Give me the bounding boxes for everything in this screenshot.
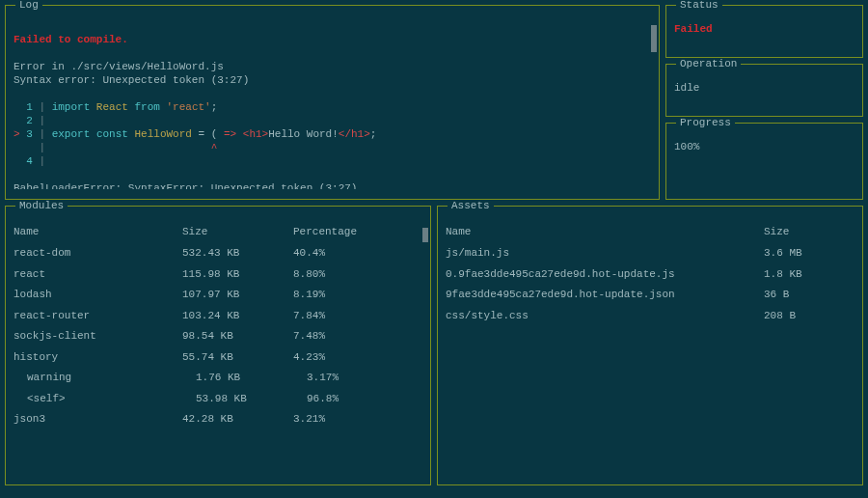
module-size: 1.76 KB	[182, 368, 293, 389]
module-pct: 3.21%	[293, 409, 380, 430]
log-error-in: Error in ./src/views/HelloWord.js	[14, 61, 224, 72]
assets-header-name: Name	[446, 226, 764, 237]
assets-header: Name Size	[446, 226, 854, 237]
status-value: Failed	[674, 23, 854, 35]
assets-title: Assets	[448, 200, 494, 211]
module-pct: 8.19%	[293, 285, 380, 306]
asset-name: 9fae3dde495ca27ede9d.hot-update.json	[446, 285, 764, 306]
table-row: json342.28 KB3.21%	[14, 409, 422, 430]
operation-title: Operation	[676, 58, 741, 69]
module-name: <self>	[14, 389, 182, 410]
assets-header-size: Size	[764, 226, 841, 237]
table-row: react115.98 KB8.80%	[14, 264, 422, 286]
table-row: css/style.css208 B	[446, 306, 854, 327]
status-panel: Status Failed	[665, 5, 863, 58]
asset-size: 1.8 KB	[764, 264, 841, 286]
assets-body: js/main.js3.6 MB0.9fae3dde495ca27ede9d.h…	[446, 243, 854, 326]
module-size: 53.98 KB	[182, 389, 293, 410]
module-pct: 3.17%	[293, 368, 380, 389]
module-pct: 8.80%	[293, 264, 380, 286]
log-panel: Log Failed to compile. Error in ./src/vi…	[5, 5, 660, 200]
modules-header-size: Size	[182, 226, 293, 237]
table-row: <self>53.98 KB96.8%	[14, 389, 422, 410]
table-row: 0.9fae3dde495ca27ede9d.hot-update.js1.8 …	[446, 264, 854, 286]
module-name: react-router	[14, 306, 182, 327]
modules-title: Modules	[15, 200, 68, 211]
modules-header-name: Name	[14, 226, 182, 237]
module-size: 107.97 KB	[182, 285, 293, 306]
log-body: Failed to compile. Error in ./src/views/…	[14, 19, 651, 189]
module-pct: 96.8%	[293, 389, 380, 410]
table-row: react-dom532.43 KB40.4%	[14, 243, 422, 264]
modules-scrollbar[interactable]	[422, 228, 428, 242]
progress-value: 100%	[674, 141, 854, 152]
modules-panel: Modules Name Size Percentage react-dom53…	[5, 206, 431, 485]
table-row: react-router103.24 KB7.84%	[14, 306, 422, 327]
module-name: json3	[14, 409, 182, 430]
table-row: history55.74 KB4.23%	[14, 347, 422, 369]
progress-panel: Progress 100%	[665, 123, 863, 200]
module-pct: 40.4%	[293, 243, 380, 264]
module-name: history	[14, 347, 182, 369]
module-name: lodash	[14, 285, 182, 306]
module-size: 42.28 KB	[182, 409, 293, 430]
module-size: 532.43 KB	[182, 243, 293, 264]
module-size: 55.74 KB	[182, 347, 293, 369]
module-size: 103.24 KB	[182, 306, 293, 327]
status-title: Status	[676, 0, 722, 11]
progress-title: Progress	[676, 117, 735, 128]
module-size: 98.54 KB	[182, 326, 293, 347]
modules-body: react-dom532.43 KB40.4%react115.98 KB8.8…	[14, 243, 422, 430]
table-row: lodash107.97 KB8.19%	[14, 285, 422, 306]
module-pct: 7.84%	[293, 306, 380, 327]
modules-header-pct: Percentage	[293, 226, 380, 237]
table-row: sockjs-client98.54 KB7.48%	[14, 326, 422, 347]
module-name: react-dom	[14, 243, 182, 264]
operation-value: idle	[674, 82, 854, 94]
log-title: Log	[15, 0, 42, 11]
log-scrollbar[interactable]	[651, 25, 657, 52]
log-babel-err: BabelLoaderError: SyntaxError: Unexpecte…	[14, 182, 357, 189]
modules-header: Name Size Percentage	[14, 226, 422, 237]
log-syntax-err: Syntax error: Unexpected token (3:27)	[14, 74, 249, 86]
asset-size: 3.6 MB	[764, 243, 841, 264]
asset-name: 0.9fae3dde495ca27ede9d.hot-update.js	[446, 264, 764, 286]
assets-panel: Assets Name Size js/main.js3.6 MB0.9fae3…	[437, 206, 863, 485]
module-name: react	[14, 264, 182, 286]
asset-size: 36 B	[764, 285, 841, 306]
table-row: 9fae3dde495ca27ede9d.hot-update.json36 B	[446, 285, 854, 306]
table-row: warning1.76 KB3.17%	[14, 368, 422, 389]
module-pct: 4.23%	[293, 347, 380, 369]
asset-size: 208 B	[764, 306, 841, 327]
log-failed: Failed to compile.	[14, 34, 128, 45]
module-size: 115.98 KB	[182, 264, 293, 286]
asset-name: js/main.js	[446, 243, 764, 264]
asset-name: css/style.css	[446, 306, 764, 327]
module-name: warning	[14, 368, 182, 389]
operation-panel: Operation idle	[665, 64, 863, 117]
module-name: sockjs-client	[14, 326, 182, 347]
table-row: js/main.js3.6 MB	[446, 243, 854, 264]
module-pct: 7.48%	[293, 326, 380, 347]
